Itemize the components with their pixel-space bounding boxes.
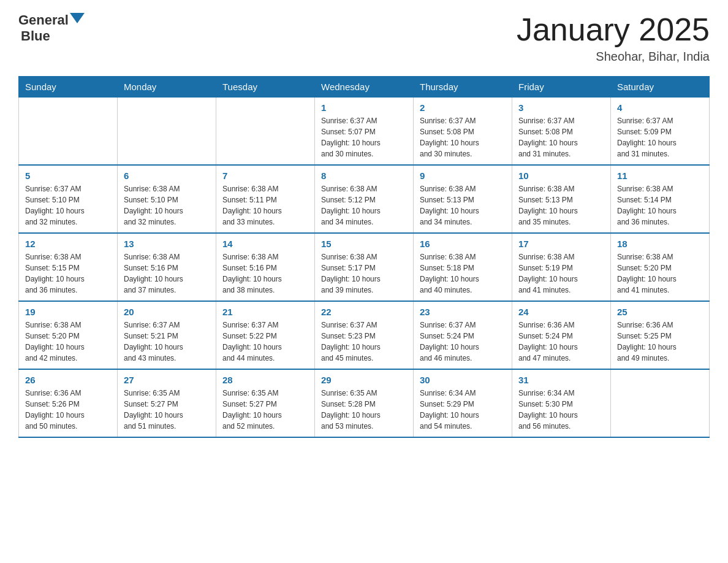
calendar-cell: 29Sunrise: 6:35 AM Sunset: 5:28 PM Dayli… bbox=[315, 369, 414, 437]
day-info: Sunrise: 6:38 AM Sunset: 5:20 PM Dayligh… bbox=[25, 320, 111, 364]
day-number: 25 bbox=[617, 307, 703, 317]
day-number: 8 bbox=[321, 170, 407, 181]
day-number: 21 bbox=[222, 307, 308, 317]
calendar-week-row: 5Sunrise: 6:37 AM Sunset: 5:10 PM Daylig… bbox=[19, 165, 710, 233]
calendar-cell bbox=[611, 369, 710, 437]
calendar-cell: 2Sunrise: 6:37 AM Sunset: 5:08 PM Daylig… bbox=[414, 98, 512, 166]
calendar-cell: 22Sunrise: 6:37 AM Sunset: 5:23 PM Dayli… bbox=[315, 301, 414, 369]
day-info: Sunrise: 6:35 AM Sunset: 5:27 PM Dayligh… bbox=[222, 388, 308, 432]
day-info: Sunrise: 6:38 AM Sunset: 5:16 PM Dayligh… bbox=[124, 251, 210, 296]
calendar-cell: 19Sunrise: 6:38 AM Sunset: 5:20 PM Dayli… bbox=[19, 301, 118, 369]
calendar-cell: 9Sunrise: 6:38 AM Sunset: 5:13 PM Daylig… bbox=[414, 165, 512, 233]
day-info: Sunrise: 6:37 AM Sunset: 5:07 PM Dayligh… bbox=[321, 115, 407, 159]
logo: General Blue bbox=[18, 12, 85, 45]
weekday-header-tuesday: Tuesday bbox=[216, 77, 315, 98]
calendar-cell: 1Sunrise: 6:37 AM Sunset: 5:07 PM Daylig… bbox=[315, 98, 414, 166]
calendar-cell: 15Sunrise: 6:38 AM Sunset: 5:17 PM Dayli… bbox=[315, 233, 414, 301]
calendar-title: January 2025 bbox=[517, 12, 710, 47]
calendar-cell: 21Sunrise: 6:37 AM Sunset: 5:22 PM Dayli… bbox=[216, 301, 315, 369]
calendar-cell: 4Sunrise: 6:37 AM Sunset: 5:09 PM Daylig… bbox=[611, 98, 710, 166]
calendar-cell: 11Sunrise: 6:38 AM Sunset: 5:14 PM Dayli… bbox=[611, 165, 710, 233]
day-number: 7 bbox=[222, 170, 308, 181]
day-number: 31 bbox=[518, 375, 604, 385]
calendar-cell bbox=[118, 98, 216, 166]
day-info: Sunrise: 6:38 AM Sunset: 5:17 PM Dayligh… bbox=[321, 251, 407, 296]
calendar-week-row: 12Sunrise: 6:38 AM Sunset: 5:15 PM Dayli… bbox=[19, 233, 710, 301]
day-info: Sunrise: 6:38 AM Sunset: 5:11 PM Dayligh… bbox=[222, 183, 308, 228]
calendar-week-row: 19Sunrise: 6:38 AM Sunset: 5:20 PM Dayli… bbox=[19, 301, 710, 369]
day-number: 13 bbox=[124, 239, 210, 249]
calendar-cell: 3Sunrise: 6:37 AM Sunset: 5:08 PM Daylig… bbox=[512, 98, 611, 166]
calendar-cell: 24Sunrise: 6:36 AM Sunset: 5:24 PM Dayli… bbox=[512, 301, 611, 369]
day-info: Sunrise: 6:38 AM Sunset: 5:13 PM Dayligh… bbox=[518, 183, 604, 228]
calendar-cell: 23Sunrise: 6:37 AM Sunset: 5:24 PM Dayli… bbox=[414, 301, 512, 369]
day-info: Sunrise: 6:34 AM Sunset: 5:29 PM Dayligh… bbox=[420, 388, 506, 432]
weekday-header-thursday: Thursday bbox=[414, 77, 512, 98]
day-info: Sunrise: 6:38 AM Sunset: 5:20 PM Dayligh… bbox=[617, 251, 703, 296]
calendar-week-row: 1Sunrise: 6:37 AM Sunset: 5:07 PM Daylig… bbox=[19, 98, 710, 166]
day-number: 9 bbox=[420, 170, 506, 181]
day-number: 10 bbox=[518, 170, 604, 181]
calendar-week-row: 26Sunrise: 6:36 AM Sunset: 5:26 PM Dayli… bbox=[19, 369, 710, 437]
day-number: 30 bbox=[420, 375, 506, 385]
day-info: Sunrise: 6:38 AM Sunset: 5:15 PM Dayligh… bbox=[25, 251, 111, 296]
logo-general-text: General bbox=[18, 12, 69, 28]
calendar-cell: 12Sunrise: 6:38 AM Sunset: 5:15 PM Dayli… bbox=[19, 233, 118, 301]
calendar-cell: 25Sunrise: 6:36 AM Sunset: 5:25 PM Dayli… bbox=[611, 301, 710, 369]
day-number: 5 bbox=[25, 170, 111, 181]
calendar-cell: 20Sunrise: 6:37 AM Sunset: 5:21 PM Dayli… bbox=[118, 301, 216, 369]
calendar-cell: 7Sunrise: 6:38 AM Sunset: 5:11 PM Daylig… bbox=[216, 165, 315, 233]
day-info: Sunrise: 6:37 AM Sunset: 5:22 PM Dayligh… bbox=[222, 320, 308, 364]
calendar-cell: 5Sunrise: 6:37 AM Sunset: 5:10 PM Daylig… bbox=[19, 165, 118, 233]
calendar-cell: 8Sunrise: 6:38 AM Sunset: 5:12 PM Daylig… bbox=[315, 165, 414, 233]
day-info: Sunrise: 6:37 AM Sunset: 5:08 PM Dayligh… bbox=[518, 115, 604, 159]
day-info: Sunrise: 6:36 AM Sunset: 5:25 PM Dayligh… bbox=[617, 320, 703, 364]
weekday-header-saturday: Saturday bbox=[611, 77, 710, 98]
day-info: Sunrise: 6:37 AM Sunset: 5:08 PM Dayligh… bbox=[420, 115, 506, 159]
day-info: Sunrise: 6:36 AM Sunset: 5:24 PM Dayligh… bbox=[518, 320, 604, 364]
day-number: 6 bbox=[124, 170, 210, 181]
day-number: 14 bbox=[222, 239, 308, 249]
weekday-header-wednesday: Wednesday bbox=[315, 77, 414, 98]
calendar-title-block: January 2025 Sheohar, Bihar, India bbox=[517, 12, 710, 64]
day-number: 20 bbox=[124, 307, 210, 317]
calendar-cell: 18Sunrise: 6:38 AM Sunset: 5:20 PM Dayli… bbox=[611, 233, 710, 301]
day-number: 26 bbox=[25, 375, 111, 385]
day-number: 18 bbox=[617, 239, 703, 249]
calendar-cell: 30Sunrise: 6:34 AM Sunset: 5:29 PM Dayli… bbox=[414, 369, 512, 437]
day-info: Sunrise: 6:37 AM Sunset: 5:24 PM Dayligh… bbox=[420, 320, 506, 364]
calendar-header: SundayMondayTuesdayWednesdayThursdayFrid… bbox=[19, 77, 710, 98]
day-info: Sunrise: 6:36 AM Sunset: 5:26 PM Dayligh… bbox=[25, 388, 111, 432]
calendar-cell: 26Sunrise: 6:36 AM Sunset: 5:26 PM Dayli… bbox=[19, 369, 118, 437]
calendar-cell: 6Sunrise: 6:38 AM Sunset: 5:10 PM Daylig… bbox=[118, 165, 216, 233]
day-number: 24 bbox=[518, 307, 604, 317]
day-number: 29 bbox=[321, 375, 407, 385]
weekday-header-sunday: Sunday bbox=[19, 77, 118, 98]
calendar-cell: 28Sunrise: 6:35 AM Sunset: 5:27 PM Dayli… bbox=[216, 369, 315, 437]
day-number: 28 bbox=[222, 375, 308, 385]
day-info: Sunrise: 6:37 AM Sunset: 5:09 PM Dayligh… bbox=[617, 115, 703, 159]
logo-triangle-icon bbox=[70, 13, 85, 23]
calendar-cell bbox=[19, 98, 118, 166]
logo-blue-text: Blue bbox=[21, 28, 50, 44]
day-info: Sunrise: 6:38 AM Sunset: 5:13 PM Dayligh… bbox=[420, 183, 506, 228]
day-number: 12 bbox=[25, 239, 111, 249]
weekday-header-row: SundayMondayTuesdayWednesdayThursdayFrid… bbox=[19, 77, 710, 98]
day-info: Sunrise: 6:37 AM Sunset: 5:10 PM Dayligh… bbox=[25, 183, 111, 228]
calendar-cell: 16Sunrise: 6:38 AM Sunset: 5:18 PM Dayli… bbox=[414, 233, 512, 301]
calendar-body: 1Sunrise: 6:37 AM Sunset: 5:07 PM Daylig… bbox=[19, 98, 710, 438]
calendar-table: SundayMondayTuesdayWednesdayThursdayFrid… bbox=[18, 76, 710, 438]
day-info: Sunrise: 6:38 AM Sunset: 5:10 PM Dayligh… bbox=[124, 183, 210, 228]
day-info: Sunrise: 6:38 AM Sunset: 5:14 PM Dayligh… bbox=[617, 183, 703, 228]
calendar-cell: 14Sunrise: 6:38 AM Sunset: 5:16 PM Dayli… bbox=[216, 233, 315, 301]
day-info: Sunrise: 6:37 AM Sunset: 5:21 PM Dayligh… bbox=[124, 320, 210, 364]
calendar-cell: 10Sunrise: 6:38 AM Sunset: 5:13 PM Dayli… bbox=[512, 165, 611, 233]
day-info: Sunrise: 6:38 AM Sunset: 5:12 PM Dayligh… bbox=[321, 183, 407, 228]
calendar-cell bbox=[216, 98, 315, 166]
calendar-cell: 27Sunrise: 6:35 AM Sunset: 5:27 PM Dayli… bbox=[118, 369, 216, 437]
day-info: Sunrise: 6:38 AM Sunset: 5:16 PM Dayligh… bbox=[222, 251, 308, 296]
day-info: Sunrise: 6:38 AM Sunset: 5:19 PM Dayligh… bbox=[518, 251, 604, 296]
day-number: 3 bbox=[518, 102, 604, 113]
day-info: Sunrise: 6:37 AM Sunset: 5:23 PM Dayligh… bbox=[321, 320, 407, 364]
day-info: Sunrise: 6:35 AM Sunset: 5:28 PM Dayligh… bbox=[321, 388, 407, 432]
